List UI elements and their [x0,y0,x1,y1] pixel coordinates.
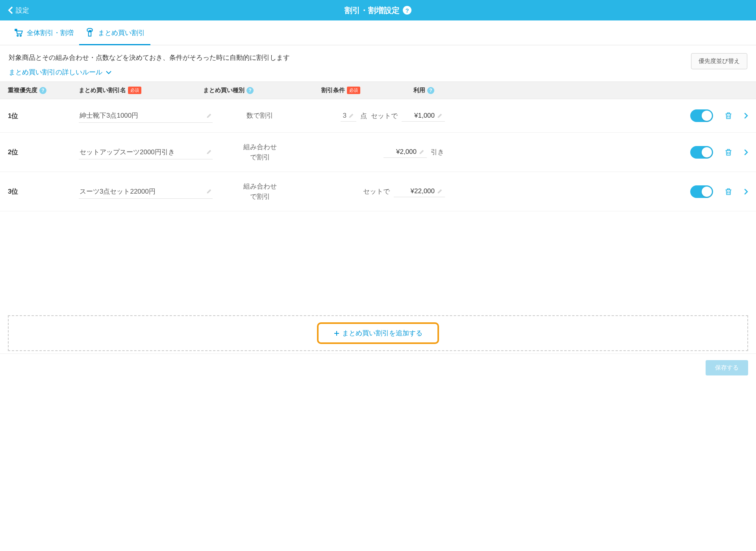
add-section: まとめ買い割引を追加する [0,315,756,351]
discount-type: 組み合わせ で割引 [220,181,299,202]
discount-name-input[interactable]: 紳士靴下3点1000円 [79,109,213,123]
pencil-icon [348,113,354,118]
usage-toggle[interactable] [690,185,713,198]
app-header: 設定 割引・割増設定 ? [0,0,756,20]
page-title: 割引・割増設定 ? [345,5,411,16]
svg-point-1 [20,35,21,36]
back-button[interactable]: 設定 [8,6,29,15]
tab-overall-discount[interactable]: % 全体割引・割増 [8,20,79,45]
required-badge: 必須 [347,87,360,94]
pencil-icon [437,113,443,118]
chevron-down-icon [106,70,112,74]
chevron-left-icon [8,6,13,15]
tab-bulk-discount[interactable]: % まとめ買い割引 [79,20,150,45]
help-icon[interactable]: ? [427,87,434,94]
priority-cell: 1位 [8,111,79,120]
condition-cell: ¥2,000 引き [299,146,445,158]
table-header: 重複優先度 ? まとめ買い割引名 必須 まとめ買い種別 ? 割引条件 必須 利用… [0,81,756,99]
intro-description: 対象商品とその組み合わせ・点数などを決めておき、条件がそろった時に自動的に割引し… [9,53,691,62]
price-input[interactable]: ¥2,000 [384,146,427,158]
help-icon[interactable]: ? [39,87,46,94]
discount-type: 組み合わせ で割引 [220,142,299,162]
condition-cell: 3 点 セットで ¥1,000 [299,110,445,122]
table-row: 1位 紳士靴下3点1000円 数で割引 3 点 セットで ¥1,000 [0,99,756,133]
svg-point-0 [17,35,18,36]
back-label: 設定 [16,6,29,15]
priority-cell: 2位 [8,148,79,157]
svg-text:%: % [15,29,17,31]
svg-text:%: % [89,30,91,32]
pencil-icon [206,189,212,194]
quantity-input[interactable]: 3 [341,110,356,122]
pencil-icon [437,189,443,194]
price-input[interactable]: ¥1,000 [402,110,445,122]
required-badge: 必須 [128,87,141,94]
pencil-icon [419,149,424,155]
chevron-right-icon[interactable] [744,188,748,195]
add-highlight: まとめ買い割引を追加する [317,322,439,344]
add-discount-button[interactable]: まとめ買い割引を追加する [334,329,422,338]
intro-section: 対象商品とその組み合わせ・点数などを決めておき、条件がそろった時に自動的に割引し… [0,45,756,81]
pencil-icon [206,149,212,155]
discount-name-input[interactable]: スーツ3点セット22000円 [79,185,213,199]
usage-toggle[interactable] [690,109,713,122]
shirt-icon: % [85,28,95,38]
rules-link[interactable]: まとめ買い割引の詳しいルール [9,68,691,77]
price-input[interactable]: ¥22,000 [394,186,445,197]
cart-icon: % [13,28,24,38]
help-icon[interactable]: ? [403,6,411,15]
priority-cell: 3位 [8,187,79,196]
table-row: 2位 セットアップスーツ2000円引き 組み合わせ で割引 ¥2,000 引き [0,133,756,172]
plus-icon [334,330,340,337]
pencil-icon [206,113,212,118]
chevron-right-icon[interactable] [744,112,748,119]
discount-name-input[interactable]: セットアップスーツ2000円引き [79,145,213,159]
help-icon[interactable]: ? [246,87,254,94]
trash-icon[interactable] [724,187,733,196]
condition-cell: セットで ¥22,000 [299,186,445,197]
footer: 保存する [0,353,756,382]
table-row: 3位 スーツ3点セット22000円 組み合わせ で割引 セットで ¥22,000 [0,172,756,211]
sort-priority-button[interactable]: 優先度並び替え [691,53,747,69]
discount-type: 数で割引 [220,111,299,121]
trash-icon[interactable] [724,148,733,157]
chevron-right-icon[interactable] [744,149,748,156]
save-button[interactable]: 保存する [706,360,748,375]
trash-icon[interactable] [724,111,733,120]
tabs: % 全体割引・割増 % まとめ買い割引 [0,20,756,45]
usage-toggle[interactable] [690,146,713,159]
